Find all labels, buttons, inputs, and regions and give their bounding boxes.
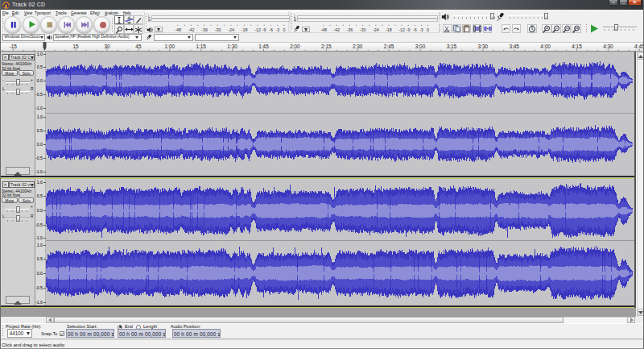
svg-text:-15: -15: [10, 44, 18, 49]
svg-text:1:00: 1:00: [165, 44, 175, 49]
svg-text:1:30: 1:30: [227, 44, 237, 49]
svg-text:3:45: 3:45: [509, 44, 519, 49]
svg-text:2:15: 2:15: [321, 44, 332, 49]
svg-text:3:15: 3:15: [447, 44, 457, 49]
svg-text:1:15: 1:15: [196, 44, 206, 49]
svg-text:4:45: 4:45: [634, 44, 644, 49]
svg-text:15: 15: [73, 44, 80, 49]
svg-text:4:30: 4:30: [603, 44, 613, 49]
svg-text:2:45: 2:45: [384, 44, 394, 49]
svg-text:3:30: 3:30: [478, 44, 489, 49]
svg-text:1:45: 1:45: [258, 44, 269, 49]
svg-text:45: 45: [135, 44, 142, 49]
svg-text:4:15: 4:15: [572, 44, 582, 49]
svg-text:4:00: 4:00: [540, 44, 551, 49]
svg-text:2:30: 2:30: [353, 44, 363, 49]
svg-text:3:00: 3:00: [415, 44, 426, 49]
svg-text:2:00: 2:00: [290, 44, 300, 49]
svg-text:30: 30: [104, 44, 110, 49]
